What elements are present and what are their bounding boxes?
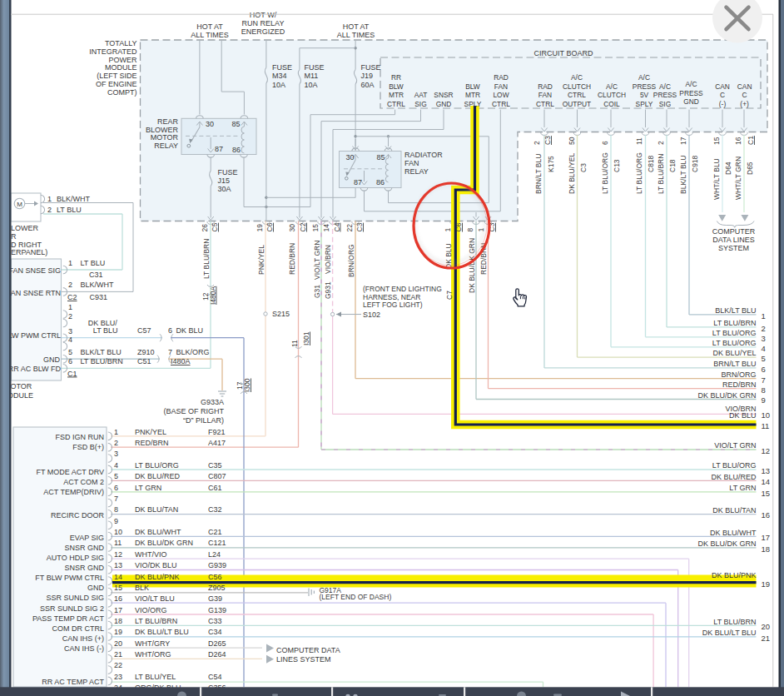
svg-text:DK BLU/DK GRN: DK BLU/DK GRN [468,238,476,293]
svg-text:3: 3 [762,334,766,343]
svg-text:RED/BRN: RED/BRN [722,380,757,389]
svg-text:15: 15 [311,224,320,232]
svg-text:1: 1 [68,259,72,267]
svg-text:30: 30 [288,224,296,232]
svg-text:M34: M34 [272,72,287,80]
svg-text:ALL TIMES: ALL TIMES [191,31,229,39]
svg-text:COMPUTER DATA: COMPUTER DATA [276,646,340,654]
svg-text:3: 3 [114,450,118,458]
svg-text:VIO/LT GRN: VIO/LT GRN [313,241,321,280]
svg-text:BLK/LT BLU: BLK/LT BLU [679,156,687,194]
svg-text:SPLY: SPLY [464,100,482,108]
svg-text:DK BLU/RED: DK BLU/RED [711,473,757,481]
svg-text:50: 50 [568,137,576,145]
svg-text:COM DR CTRL: COM DR CTRL [52,624,105,633]
svg-text:2: 2 [762,324,766,333]
svg-text:MODULE: MODULE [105,63,137,72]
svg-text:CAN: CAN [715,82,730,91]
svg-text:RR: RR [391,73,401,82]
svg-text:LOW: LOW [493,91,509,99]
svg-text:87: 87 [354,178,362,186]
svg-text:COMPT): COMPT) [107,88,137,97]
svg-text:BLK/ORG: BLK/ORG [176,348,210,356]
svg-text:FSD IGN RUN: FSD IGN RUN [56,433,105,441]
svg-text:G139: G139 [208,606,226,614]
svg-text:10A: 10A [305,81,318,89]
svg-text:BLOWER: BLOWER [146,126,179,134]
svg-text:DK BLU/LT BLU: DK BLU/LT BLU [702,629,757,637]
svg-text:CAN: CAN [737,82,752,91]
svg-text:A/C: A/C [638,73,650,82]
svg-text:GND: GND [436,100,452,108]
svg-text:RED/BRN: RED/BRN [135,439,169,447]
svg-text:C31: C31 [89,271,103,279]
svg-text:2: 2 [68,312,72,321]
svg-text:PRESS: PRESS [653,91,677,99]
svg-text:C121: C121 [208,539,226,547]
svg-text:C2: C2 [299,222,307,231]
svg-text:DK BLU/TAN: DK BLU/TAN [135,505,178,514]
svg-text:INTEGRATED: INTEGRATED [89,47,137,56]
svg-text:7: 7 [114,495,118,503]
svg-text:CTRL: CTRL [492,100,510,108]
svg-text:22: 22 [114,661,122,669]
svg-text:VIO/DK BLU: VIO/DK BLU [135,561,177,569]
svg-text:RED/BRN: RED/BRN [288,243,296,275]
svg-text:BLK/WHT: BLK/WHT [81,281,115,289]
svg-text:DK BLU/DK GRN: DK BLU/DK GRN [697,391,756,400]
svg-text:C931: C931 [90,293,108,301]
svg-text:C61: C61 [208,484,222,492]
svg-text:DK BLU/PNK: DK BLU/PNK [135,573,180,581]
svg-text:LT BLU: LT BLU [57,206,82,214]
svg-text:REAR: REAR [157,117,179,126]
svg-text:18: 18 [762,544,771,554]
svg-text:5V: 5V [640,91,649,99]
svg-text:ENERGIZED: ENERGIZED [241,27,285,36]
svg-text:BRN/ORG: BRN/ORG [721,370,756,379]
svg-text:SPLY: SPLY [636,100,653,108]
svg-text:AUTO HDLP SIG: AUTO HDLP SIG [47,554,104,562]
svg-text:MTR: MTR [389,91,404,99]
svg-text:C54: C54 [208,673,222,681]
svg-text:SNSR: SNSR [434,91,453,99]
svg-text:16: 16 [114,594,122,603]
svg-text:LT BLU/YEL: LT BLU/YEL [135,673,176,681]
svg-text:D RIGHT: D RIGHT [11,241,42,249]
svg-text:12: 12 [762,446,771,455]
svg-text:SSR SUNLD SIG: SSR SUNLD SIG [46,594,104,602]
svg-text:DK BLU/LT BLU: DK BLU/LT BLU [135,628,189,636]
svg-text:2: 2 [657,141,665,145]
svg-text:DK BLU/DK GRN: DK BLU/DK GRN [135,539,193,547]
svg-text:FAN: FAN [494,82,508,91]
svg-text:J19: J19 [361,72,374,80]
svg-text:MTR: MTR [465,91,480,99]
svg-text:2: 2 [114,439,118,447]
svg-text:LEFT FOG LIGHT): LEFT FOG LIGHT) [363,301,423,309]
svg-text:M: M [17,201,22,208]
svg-text:12: 12 [114,550,122,559]
svg-text:5: 5 [762,354,766,363]
svg-text:LOWER: LOWER [11,224,39,232]
svg-text:9: 9 [762,395,766,405]
svg-text:C4: C4 [333,222,341,231]
svg-text:OF ENGINE: OF ENGINE [96,80,137,88]
svg-text:20: 20 [114,639,122,648]
svg-text:F921: F921 [208,428,226,436]
svg-text:LT BLU/ORG: LT BLU/ORG [601,152,609,194]
svg-text:21: 21 [762,634,771,643]
svg-text:BLW PWM CTRL: BLW PWM CTRL [3,331,61,340]
svg-text:RAD: RAD [538,82,553,91]
svg-text:30A: 30A [218,185,231,193]
svg-text:HOT AT: HOT AT [343,22,370,31]
svg-text:CTRL: CTRL [387,100,405,108]
svg-text:SIG: SIG [414,100,426,108]
svg-text:MOTOR: MOTOR [151,133,179,142]
svg-text:C3: C3 [543,136,552,145]
svg-text:FUSE: FUSE [361,63,381,72]
svg-text:OUTPUT: OUTPUT [563,100,591,108]
svg-text:LT BLU/ORG: LT BLU/ORG [712,329,757,337]
svg-text:LT BLU/BRN: LT BLU/BRN [81,357,123,365]
svg-text:PNK/YEL: PNK/YEL [135,428,166,436]
svg-text:13: 13 [762,466,771,475]
svg-text:C35: C35 [208,461,222,470]
